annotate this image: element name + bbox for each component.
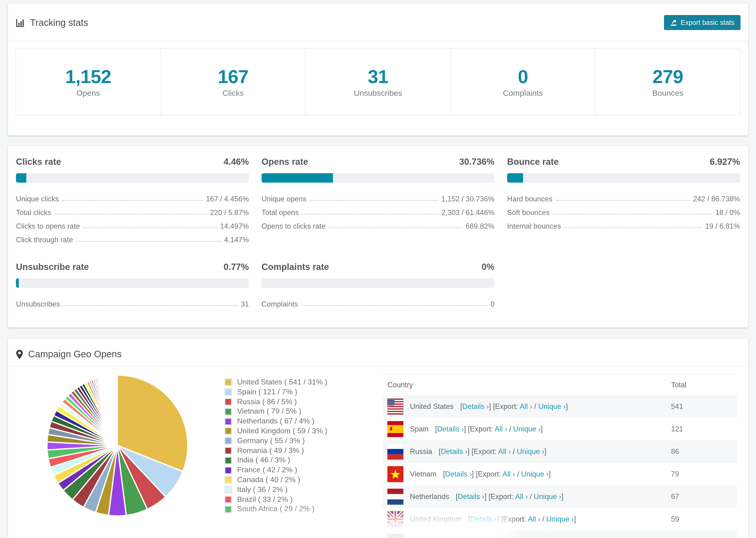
detail-value: 14.497% xyxy=(220,222,249,231)
legend-item-netherlands[interactable]: Netherlands ( 67 / 4% ) xyxy=(225,416,383,426)
export-basic-stats-button[interactable]: Export basic stats xyxy=(664,15,740,30)
legend-item-france[interactable]: France ( 42 / 2% ) xyxy=(225,465,383,475)
legend-item-united-states[interactable]: United States ( 541 / 31% ) xyxy=(225,377,383,387)
country-name: Vietnam xyxy=(410,470,436,478)
geo-country-cell: Russia [Details ›] [Export: All › / Uniq… xyxy=(383,440,666,463)
legend-item-russia[interactable]: Russia ( 86 / 5% ) xyxy=(225,397,383,407)
detail-value: 689.82% xyxy=(466,222,495,231)
rate-panel-header: Complaints rate0% xyxy=(261,262,495,272)
dotted-leader xyxy=(329,227,462,228)
detail-label: Unsubscribes xyxy=(16,300,60,308)
legend-swatch xyxy=(225,466,232,474)
legend-swatch xyxy=(225,437,232,445)
export-all-link[interactable]: All › xyxy=(503,470,515,478)
rate-detail-row: Unique clicks167 / 4.456% xyxy=(16,190,249,203)
geo-pie-chart[interactable] xyxy=(16,367,225,538)
rate-detail-rows: Unsubscribes31 xyxy=(16,295,249,308)
pie-legend: United States ( 541 / 31% )Spain ( 121 /… xyxy=(225,377,383,538)
legend-item-italy[interactable]: Italy ( 36 / 2% ) xyxy=(225,485,383,495)
detail-label: Total clicks xyxy=(16,208,51,217)
detail-value: 220 / 5.87% xyxy=(210,208,249,217)
legend-item-india[interactable]: India ( 46 / 3% ) xyxy=(225,456,383,465)
legend-swatch xyxy=(225,447,232,455)
pie-chart-svg[interactable] xyxy=(45,374,189,517)
legend-label: United States ( 541 / 31% ) xyxy=(237,377,327,387)
export-all-link[interactable]: All › xyxy=(528,515,540,523)
legend-label: Romania ( 49 / 3% ) xyxy=(237,446,304,456)
legend-label: Spain ( 121 / 7% ) xyxy=(237,387,297,397)
detail-value: 18 / 0% xyxy=(715,208,740,217)
stats-summary-row: 1,152Opens167Clicks31Unsubscribes0Compla… xyxy=(16,48,740,116)
geo-total-cell: 67 xyxy=(666,485,737,508)
dotted-leader xyxy=(310,200,438,201)
legend-item-spain[interactable]: Spain ( 121 / 7% ) xyxy=(225,387,383,397)
export-unique-link[interactable]: Unique › xyxy=(538,402,566,410)
export-unique-link[interactable]: Unique › xyxy=(546,515,574,523)
rate-progress-bar xyxy=(16,173,249,183)
details-link[interactable]: Details › xyxy=(458,493,485,501)
details-link[interactable]: Details › xyxy=(441,447,467,456)
export-all-link[interactable]: All › xyxy=(498,447,511,456)
export-unique-link[interactable]: Unique › xyxy=(534,493,561,501)
location-pin-icon xyxy=(16,349,24,359)
export-all-link[interactable]: All › xyxy=(519,402,532,410)
flag-us-icon xyxy=(387,399,404,414)
stat-value: 31 xyxy=(368,66,388,87)
legend-item-united-kingdom[interactable]: United Kingdom ( 59 / 3% ) xyxy=(225,426,383,436)
detail-label: Unique opens xyxy=(261,195,306,203)
geo-card-body: United States ( 541 / 31% )Spain ( 121 /… xyxy=(8,367,748,538)
stat-value: 167 xyxy=(218,66,249,87)
export-unique-link[interactable]: Unique › xyxy=(521,470,549,478)
stat-label: Opens xyxy=(77,88,100,98)
rate-panel-complaints-rate: Complaints rate0%Complaints0 xyxy=(261,262,495,308)
export-unique-link[interactable]: Unique › xyxy=(513,425,541,433)
country-links: [Details ›] [Export: All › / Unique ›] xyxy=(456,493,563,501)
rate-detail-rows: Hard bounces242 / 86.738%Soft bounces18 … xyxy=(507,190,740,231)
details-link[interactable]: Details › xyxy=(462,402,489,410)
export-all-link[interactable]: All › xyxy=(515,493,527,501)
rate-progress-bar xyxy=(507,173,740,183)
details-link[interactable]: Details › xyxy=(445,470,472,478)
legend-item-south-africa[interactable]: South Africa ( 29 / 2% ) xyxy=(225,505,383,514)
details-link[interactable]: Details › xyxy=(437,425,464,433)
geo-total-cell: 55 xyxy=(666,530,737,538)
legend-item-germany[interactable]: Germany ( 55 / 3% ) xyxy=(225,436,383,446)
rate-detail-rows: Unique opens1,152 / 30.736%Total opens2,… xyxy=(261,190,495,231)
legend-label: India ( 46 / 3% ) xyxy=(237,456,290,465)
detail-label: Opens to clicks rate xyxy=(261,222,325,231)
legend-item-romania[interactable]: Romania ( 49 / 3% ) xyxy=(225,446,383,456)
rate-detail-row: Complaints0 xyxy=(261,295,495,308)
flag-nl-icon xyxy=(387,489,404,505)
country-name: United States xyxy=(410,402,454,411)
legend-label: Netherlands ( 67 / 4% ) xyxy=(237,416,314,426)
geo-table-header-row: Country Total xyxy=(383,375,737,395)
rate-value: 4.46% xyxy=(224,157,249,167)
export-unique-link[interactable]: Unique › xyxy=(517,447,544,456)
rate-detail-rows: Unique clicks167 / 4.456%Total clicks220… xyxy=(16,190,249,244)
rate-title: Complaints rate xyxy=(261,262,329,272)
rate-value: 0% xyxy=(482,262,495,272)
detail-value: 1,152 / 30.736% xyxy=(441,195,495,203)
rate-value: 30.736% xyxy=(459,157,495,167)
legend-label: South Africa ( 29 / 2% ) xyxy=(237,505,314,514)
legend-item-canada[interactable]: Canada ( 40 / 2% ) xyxy=(225,475,383,485)
rate-detail-row: Unsubscribes31 xyxy=(16,295,249,308)
stat-label: Unsubscribes xyxy=(354,88,402,98)
legend-swatch xyxy=(225,388,232,396)
geo-card-title: Campaign Geo Opens xyxy=(16,349,122,360)
geo-opens-card: Campaign Geo Opens United States ( 541 /… xyxy=(8,338,748,538)
rate-progress-fill xyxy=(261,173,333,183)
legend-item-vietnam[interactable]: Vietnam ( 79 / 5% ) xyxy=(225,407,383,417)
geo-card-header: Campaign Geo Opens xyxy=(8,339,748,367)
dotted-leader xyxy=(62,200,203,201)
geo-table-header-country: Country xyxy=(383,375,666,395)
rate-progress-fill xyxy=(16,173,26,183)
detail-label: Click through rate xyxy=(16,236,73,244)
geo-country-cell: United States [Details ›] [Export: All ›… xyxy=(383,395,666,418)
dotted-leader xyxy=(302,214,438,215)
legend-item-brazil[interactable]: Brazil ( 33 / 2% ) xyxy=(225,495,383,505)
detail-value: 19 / 6.81% xyxy=(705,222,740,231)
export-all-link[interactable]: All › xyxy=(495,425,507,433)
detail-label: Complaints xyxy=(261,300,298,308)
page: Tracking stats Export basic stats 1,152O… xyxy=(0,3,756,538)
